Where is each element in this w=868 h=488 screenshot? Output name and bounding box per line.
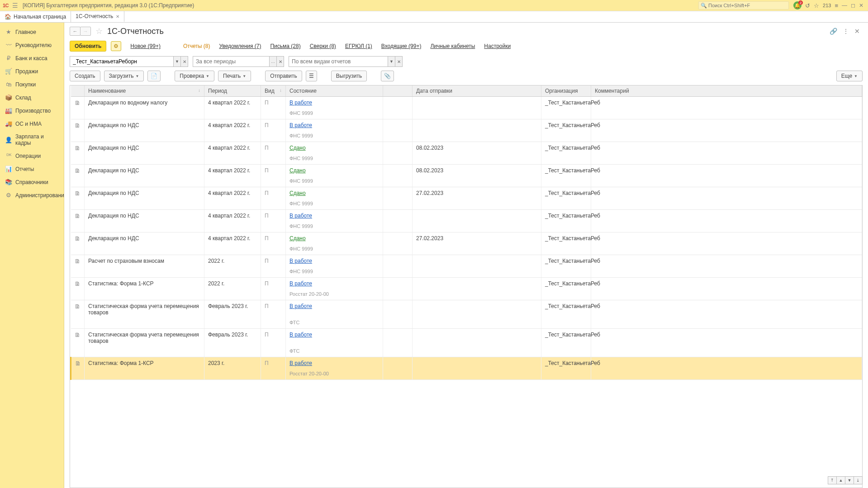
col-period[interactable]: Период <box>204 85 261 97</box>
link-egrul[interactable]: ЕГРЮЛ (1) <box>345 43 372 49</box>
table-row-sub[interactable]: ФНС 9999 <box>71 108 862 119</box>
sidebar-item[interactable]: 🚚ОС и НМА <box>0 117 64 130</box>
history-icon[interactable]: ↺ <box>805 2 810 9</box>
dropdown-icon[interactable]: ▼ <box>174 56 181 67</box>
clear-icon[interactable]: ✕ <box>395 56 403 67</box>
sidebar-item[interactable]: ₽Банк и касса <box>0 52 64 65</box>
more-button[interactable]: Еще▼ <box>836 71 863 81</box>
table-row-sub[interactable]: ФТС <box>71 317 862 329</box>
status-link[interactable]: Сдано <box>289 167 306 174</box>
star-icon[interactable]: ☆ <box>814 2 819 9</box>
table-row[interactable]: 🗎Декларация по водному налогу4 квартал 2… <box>71 97 862 109</box>
close-window-icon[interactable]: ✕ <box>859 2 863 9</box>
last-page-icon[interactable]: ⤓ <box>854 476 863 484</box>
type-filter[interactable]: ▼ ✕ <box>289 56 403 67</box>
table-row[interactable]: 🗎Статистическая форма учета перемещения … <box>71 329 862 346</box>
col-icon[interactable] <box>71 85 85 97</box>
status-link[interactable]: В работе <box>289 280 312 287</box>
period-filter[interactable]: … ✕ <box>193 56 284 67</box>
sidebar-item[interactable]: 📚Справочники <box>0 175 64 189</box>
link-icon[interactable]: 🔗 <box>830 28 837 35</box>
close-page-icon[interactable]: ✕ <box>854 28 860 35</box>
table-row[interactable]: 🗎Расчет по страховым взносам2022 г.ПВ ра… <box>71 255 862 267</box>
tab-home[interactable]: 🏠 Начальная страница <box>0 11 71 22</box>
link-letters[interactable]: Письма (28) <box>270 43 300 49</box>
sidebar-item[interactable]: 🏭Производство <box>0 104 64 117</box>
list-button[interactable]: ☰ <box>306 71 317 81</box>
table-row[interactable]: 🗎Декларация по НДС4 квартал 2022 г.ПСдан… <box>71 165 862 176</box>
link-new[interactable]: Новое (99+) <box>130 43 161 49</box>
table-row-sub[interactable]: ФНС 9999 <box>71 244 862 255</box>
status-link[interactable]: В работе <box>289 122 312 128</box>
prev-page-icon[interactable]: ▲ <box>836 476 845 484</box>
table-row[interactable]: 🗎Декларация по НДС4 квартал 2022 г.ПСдан… <box>71 187 862 199</box>
table-row-sub[interactable]: ФНС 9999 <box>71 131 862 142</box>
status-link[interactable]: В работе <box>289 213 312 219</box>
next-page-icon[interactable]: ▼ <box>845 476 854 484</box>
table-row-sub[interactable]: ФНС 9999 <box>71 266 862 278</box>
status-link[interactable]: В работе <box>289 258 312 264</box>
load-file-button[interactable]: 📄 <box>147 71 161 81</box>
org-filter[interactable]: ▼ ✕ <box>70 56 188 67</box>
status-link[interactable]: Сдано <box>289 235 306 242</box>
period-input[interactable] <box>193 56 270 67</box>
table-row[interactable]: 🗎Декларация по НДС4 квартал 2022 г.ПСдан… <box>71 232 862 244</box>
tab-reporting[interactable]: 1С-Отчетность ✕ <box>71 11 124 22</box>
sidebar-item[interactable]: ᴰᴷОперации <box>0 149 64 162</box>
status-link[interactable]: Сдано <box>289 145 306 151</box>
attach-button[interactable]: 📎 <box>381 71 394 81</box>
link-cabinets[interactable]: Личные кабинеты <box>430 43 475 49</box>
col-vid[interactable]: Вид↓ <box>261 85 286 97</box>
sidebar-item[interactable]: ⚙Администрирование <box>0 189 64 202</box>
maximize-icon[interactable]: ◻ <box>851 2 855 9</box>
table-row-sub[interactable]: ФНС 9999 <box>71 221 862 232</box>
table-row-sub[interactable]: Росстат 20-20-00 <box>71 289 862 300</box>
table-row-sub[interactable]: ФНС 9999 <box>71 199 862 210</box>
table-row[interactable]: 🗎Статистика: Форма 1-КСР2023 г.ПВ работе… <box>71 357 862 369</box>
col-comment[interactable]: Комментарий <box>591 85 862 97</box>
status-link[interactable]: В работе <box>289 332 312 338</box>
col-name[interactable]: Наименование↓ <box>85 85 204 97</box>
sidebar-item[interactable]: 📊Отчеты <box>0 162 64 175</box>
org-input[interactable] <box>70 56 174 67</box>
create-button[interactable]: Создать <box>70 71 100 81</box>
col-status[interactable]: Состояние <box>286 85 383 97</box>
status-link[interactable]: В работе <box>289 360 312 366</box>
table-row-sub[interactable]: ФНС 9999 <box>71 153 862 165</box>
sidebar-item[interactable]: 🛒Продажи <box>0 65 64 78</box>
sidebar-item[interactable]: 🛍Покупки <box>0 78 64 91</box>
table-row[interactable]: 🗎Декларация по НДС4 квартал 2022 г.ПВ ра… <box>71 210 862 222</box>
refresh-button[interactable]: Обновить <box>70 41 106 52</box>
search-input[interactable] <box>708 3 787 8</box>
link-settings[interactable]: Настройки <box>484 43 511 49</box>
menu-icon[interactable]: ☰ <box>12 2 18 9</box>
forward-button[interactable]: → <box>80 27 91 36</box>
table-row-sub[interactable]: ФТС <box>71 346 862 357</box>
notifications-bell-icon[interactable]: 🔔2 <box>793 1 802 9</box>
clear-icon[interactable]: ✕ <box>181 56 188 67</box>
link-sverki[interactable]: Сверки (8) <box>310 43 336 49</box>
refresh-settings-button[interactable]: ⚙ <box>111 41 121 51</box>
first-page-icon[interactable]: ⤒ <box>828 476 837 484</box>
link-reports[interactable]: Отчеты (8) <box>183 43 210 49</box>
load-button[interactable]: Загрузить▼ <box>104 71 144 81</box>
back-button[interactable]: ← <box>70 27 81 36</box>
status-link[interactable]: Сдано <box>289 190 306 196</box>
table-row-sub[interactable]: ФНС 9999 <box>71 176 862 187</box>
link-notifications[interactable]: Уведомления (7) <box>219 43 261 49</box>
favorite-star-icon[interactable]: ☆ <box>95 26 103 36</box>
ellipsis-icon[interactable]: … <box>270 56 277 67</box>
col-org[interactable]: Организация <box>541 85 591 97</box>
sidebar-item[interactable]: 📦Склад <box>0 91 64 104</box>
table-row[interactable]: 🗎Декларация по НДС4 квартал 2022 г.ПСдан… <box>71 142 862 154</box>
more-vertical-icon[interactable]: ⋮ <box>843 28 849 35</box>
close-tab-icon[interactable]: ✕ <box>116 14 119 19</box>
table-row[interactable]: 🗎Статистика: Форма 1-КСР2022 г.ПВ работе… <box>71 278 862 289</box>
table-row[interactable]: 🗎Декларация по НДС4 квартал 2022 г.ПВ ра… <box>71 119 862 131</box>
link-incoming[interactable]: Входящие (99+) <box>381 43 422 49</box>
check-button[interactable]: Проверка▼ <box>175 71 214 81</box>
status-link[interactable]: В работе <box>289 303 312 309</box>
sidebar-item[interactable]: ★Главное <box>0 25 64 38</box>
col-empty[interactable] <box>383 85 413 97</box>
table-row-sub[interactable]: Росстат 20-20-00 <box>71 369 862 380</box>
